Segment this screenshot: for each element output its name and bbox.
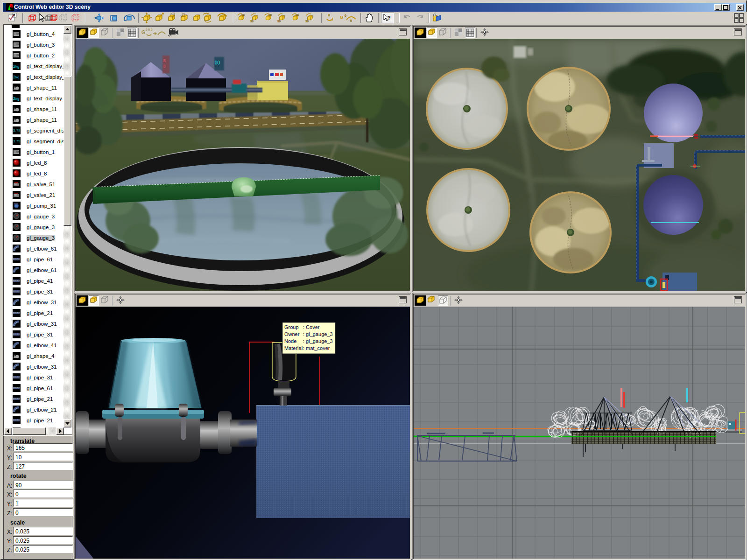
svg-text:: mat_cover: : mat_cover — [303, 345, 330, 351]
svg-text:90: 90 — [241, 14, 245, 17]
svg-text:90: 90 — [250, 20, 254, 23]
svg-text:90: 90 — [277, 20, 281, 23]
svg-text:0 0 0: 0 0 0 — [146, 28, 153, 31]
svg-text:kg: kg — [15, 75, 19, 79]
svg-text:Material: Material — [284, 345, 303, 351]
svg-text:G: G — [340, 15, 343, 20]
svg-text:3.79: 3.79 — [13, 139, 21, 143]
svg-text:kg: kg — [15, 64, 19, 69]
svg-text:8: 8 — [163, 64, 166, 69]
svg-text:0: 0 — [328, 14, 330, 17]
svg-text:00: 00 — [215, 60, 220, 65]
svg-text:: gl_gauge_3: : gl_gauge_3 — [303, 331, 333, 337]
svg-text:8: 8 — [163, 58, 166, 63]
svg-text:Group: Group — [284, 324, 299, 330]
svg-text:0: 0 — [345, 14, 346, 17]
svg-text:?: ? — [388, 15, 391, 21]
svg-text:kg: kg — [15, 97, 19, 101]
svg-text:0: 0 — [350, 19, 352, 22]
svg-text:Owner: Owner — [284, 331, 300, 337]
svg-text:: Cover: : Cover — [303, 324, 320, 330]
svg-text:Node: Node — [284, 338, 296, 344]
svg-text:: gl_gauge_3: : gl_gauge_3 — [303, 338, 333, 344]
svg-text:90: 90 — [296, 14, 299, 17]
svg-text:90: 90 — [305, 20, 309, 23]
svg-text:3.79: 3.79 — [13, 128, 21, 133]
svg-text:90: 90 — [268, 14, 272, 17]
svg-text:G: G — [141, 30, 145, 35]
